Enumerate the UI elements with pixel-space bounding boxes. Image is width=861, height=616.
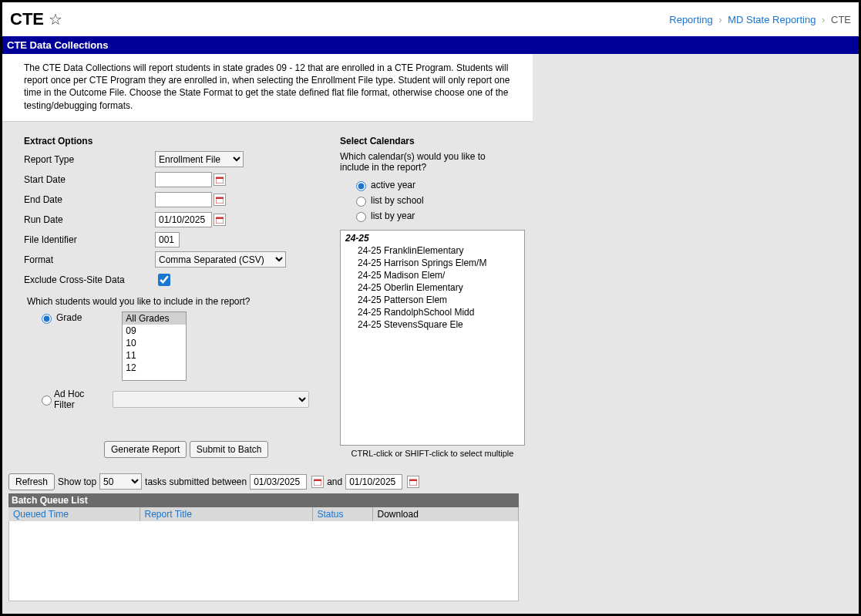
label-start-date: Start Date [24,174,155,185]
list-item[interactable]: 09 [123,325,186,337]
col-download: Download [372,507,519,521]
svg-rect-5 [216,217,224,219]
refresh-button[interactable]: Refresh [8,473,55,490]
calendar-multiselect-hint: CTRL-click or SHIFT-click to select mult… [340,449,525,458]
select-calendars-title: Select Calendars [340,136,525,146]
breadcrumb: Reporting › MD State Reporting › CTE [669,14,851,25]
label-exclude-cross: Exclude Cross-Site Data [24,274,155,285]
active-year-label: active year [371,180,415,190]
svg-rect-9 [409,480,417,481]
grade-listbox[interactable]: All Grades 09 10 11 12 [122,311,187,381]
list-item[interactable]: 24-25 Madison Elem/ [341,269,524,281]
and-label: and [327,476,342,487]
batch-queue-body [8,521,519,601]
list-item[interactable]: 24-25 StevensSquare Ele [341,318,524,331]
list-item[interactable]: 24-25 Harrison Springs Elem/M [341,257,524,269]
col-queued-time[interactable]: Queued Time [8,507,140,521]
list-item[interactable]: 24-25 Patterson Elem [341,294,524,306]
exclude-cross-site-checkbox[interactable] [158,274,170,286]
submit-to-batch-button[interactable]: Submit to Batch [190,441,269,458]
label-run-date: Run Date [24,214,155,225]
breadcrumb-current: CTE [831,14,851,25]
calendar-icon[interactable] [214,194,226,206]
student-include-question: Which students would you like to include… [27,296,309,307]
list-item[interactable]: 11 [123,349,186,362]
format-select[interactable]: Comma Separated (CSV) [155,251,286,268]
queue-from-date-input[interactable] [250,474,307,490]
col-status[interactable]: Status [312,507,372,521]
adhoc-radio-label: Ad Hoc Filter [54,389,105,410]
queue-to-date-input[interactable] [345,474,402,490]
list-item[interactable]: 12 [123,362,186,374]
show-top-select[interactable]: 50 [99,473,142,490]
adhoc-filter-select[interactable] [113,391,309,408]
panel-description: The CTE Data Collections will report stu… [2,54,533,122]
start-date-input[interactable] [155,172,212,187]
active-year-radio[interactable] [356,181,366,191]
svg-rect-1 [216,177,224,179]
favorite-star-icon[interactable]: ☆ [49,10,62,29]
calendar-icon[interactable] [214,214,226,226]
col-report-title[interactable]: Report Title [140,507,312,521]
list-by-year-radio[interactable] [356,212,366,222]
calendar-icon[interactable] [214,173,226,186]
report-type-select[interactable]: Enrollment File [155,151,244,167]
chevron-right-icon: › [718,14,721,25]
list-item[interactable]: 24-25 FranklinElementary [341,244,524,257]
breadcrumb-link-reporting[interactable]: Reporting [669,14,712,25]
file-identifier-input[interactable] [155,232,180,247]
batch-queue-table: Queued Time Report Title Status Download [8,507,519,521]
list-item[interactable]: 10 [123,337,186,349]
adhoc-radio[interactable] [42,396,52,406]
list-by-school-radio[interactable] [356,197,366,207]
page-title: CTE [10,9,44,29]
label-end-date: End Date [24,194,155,205]
grade-radio[interactable] [42,314,52,324]
extract-options-title: Extract Options [24,136,309,146]
calendar-icon[interactable] [311,476,324,488]
grade-radio-label: Grade [56,312,82,323]
calendar-question: Which calendar(s) would you like to incl… [340,151,517,173]
tasks-between-label: tasks submitted between [145,476,247,487]
generate-report-button[interactable]: Generate Report [104,441,187,458]
run-date-input[interactable] [155,212,212,227]
list-group-header[interactable]: 24-25 [341,232,524,244]
end-date-input[interactable] [155,192,212,207]
list-item[interactable]: 24-25 Oberlin Elementary [341,281,524,294]
calendar-icon[interactable] [407,476,419,488]
list-by-year-label: list by year [371,210,415,221]
label-format: Format [24,254,155,265]
label-file-identifier: File Identifier [24,234,155,245]
chevron-right-icon: › [822,14,825,25]
batch-queue-title: Batch Queue List [8,493,519,507]
svg-rect-3 [216,197,224,199]
list-by-school-label: list by school [371,195,424,206]
label-report-type: Report Type [24,154,155,165]
breadcrumb-link-state-reporting[interactable]: MD State Reporting [728,14,816,25]
panel-title: CTE Data Collections [2,36,859,54]
list-item[interactable]: All Grades [123,312,186,325]
calendar-listbox[interactable]: 24-25 24-25 FranklinElementary 24-25 Har… [340,230,525,446]
svg-rect-7 [314,480,321,481]
show-top-label: Show top [58,476,96,487]
list-item[interactable]: 24-25 RandolphSchool Midd [341,306,524,318]
